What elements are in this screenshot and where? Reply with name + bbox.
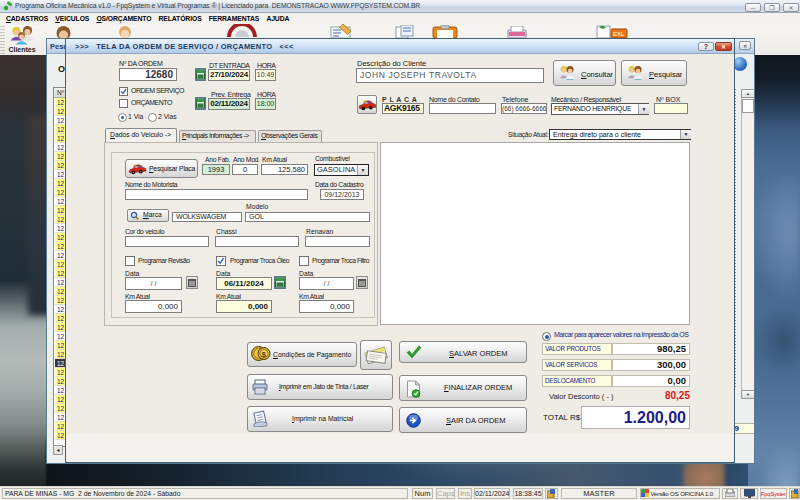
svg-text:$: $ — [262, 350, 267, 359]
svg-text:EXL: EXL — [613, 31, 625, 37]
